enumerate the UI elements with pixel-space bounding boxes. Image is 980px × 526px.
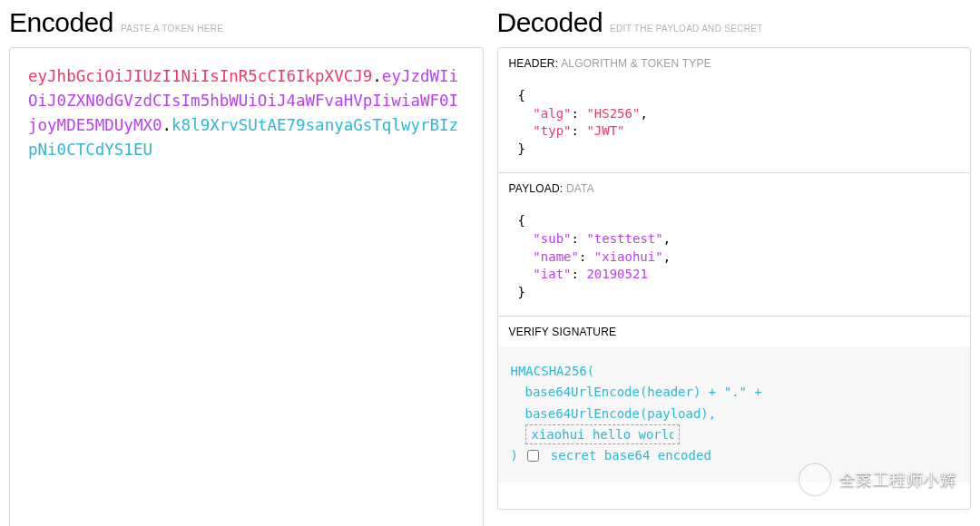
verify-close-paren: ): [511, 448, 518, 463]
verify-signature-section: VERIFY SIGNATURE HMACSHA256( base64UrlEn…: [498, 317, 971, 482]
encoded-subtitle: PASTE A TOKEN HERE: [121, 24, 223, 34]
token-header-segment: eyJhbGciOiJIUzI1NiIsInR5cCI6IkpXVCJ9: [28, 67, 372, 85]
token-dot-1: .: [372, 67, 382, 85]
payload-section: PAYLOAD: DATA { "sub": "testtest", "name…: [498, 173, 971, 317]
header-section-title: HEADER: ALGORITHM & TOKEN TYPE: [498, 48, 971, 78]
token-dot-2: .: [162, 116, 172, 134]
header-section: HEADER: ALGORITHM & TOKEN TYPE { "alg": …: [498, 48, 971, 173]
verify-label: VERIFY SIGNATURE: [509, 326, 617, 338]
decoded-subtitle: EDIT THE PAYLOAD AND SECRET: [610, 24, 763, 34]
payload-label-grey: DATA: [566, 182, 594, 195]
decoded-title: Decoded: [497, 7, 603, 38]
verify-line-1: base64UrlEncode(header) + "." +: [511, 382, 958, 403]
secret-base64-checkbox[interactable]: [527, 450, 539, 462]
verify-line-2: base64UrlEncode(payload),: [511, 404, 958, 424]
header-label: HEADER:: [509, 57, 559, 70]
verify-section-title: VERIFY SIGNATURE: [498, 317, 971, 346]
encoded-heading: Encoded PASTE A TOKEN HERE: [9, 7, 484, 38]
secret-input[interactable]: [525, 424, 680, 444]
verify-body: HMACSHA256( base64UrlEncode(header) + ".…: [498, 346, 971, 482]
encoded-token-input[interactable]: eyJhbGciOiJIUzI1NiIsInR5cCI6IkpXVCJ9.eyJ…: [28, 64, 465, 163]
encoded-column: Encoded PASTE A TOKEN HERE eyJhbGciOiJIU…: [9, 7, 484, 510]
decoded-heading: Decoded EDIT THE PAYLOAD AND SECRET: [497, 7, 972, 38]
payload-json-editor[interactable]: { "sub": "testtest", "name": "xiaohui", …: [498, 203, 971, 316]
encoded-panel: eyJhbGciOiJIUzI1NiIsInR5cCI6IkpXVCJ9.eyJ…: [9, 47, 484, 526]
encoded-title: Encoded: [9, 7, 113, 38]
decoded-column: Decoded EDIT THE PAYLOAD AND SECRET HEAD…: [497, 7, 972, 510]
header-json-editor[interactable]: { "alg": "HS256", "typ": "JWT" }: [498, 78, 971, 172]
payload-section-title: PAYLOAD: DATA: [498, 173, 971, 203]
secret-base64-label: secret base64 encoded: [551, 448, 711, 463]
header-label-grey: ALGORITHM & TOKEN TYPE: [561, 57, 711, 70]
verify-fn-line: HMACSHA256(: [511, 361, 958, 382]
decoded-panel: HEADER: ALGORITHM & TOKEN TYPE { "alg": …: [497, 47, 972, 510]
payload-label: PAYLOAD:: [509, 182, 564, 195]
